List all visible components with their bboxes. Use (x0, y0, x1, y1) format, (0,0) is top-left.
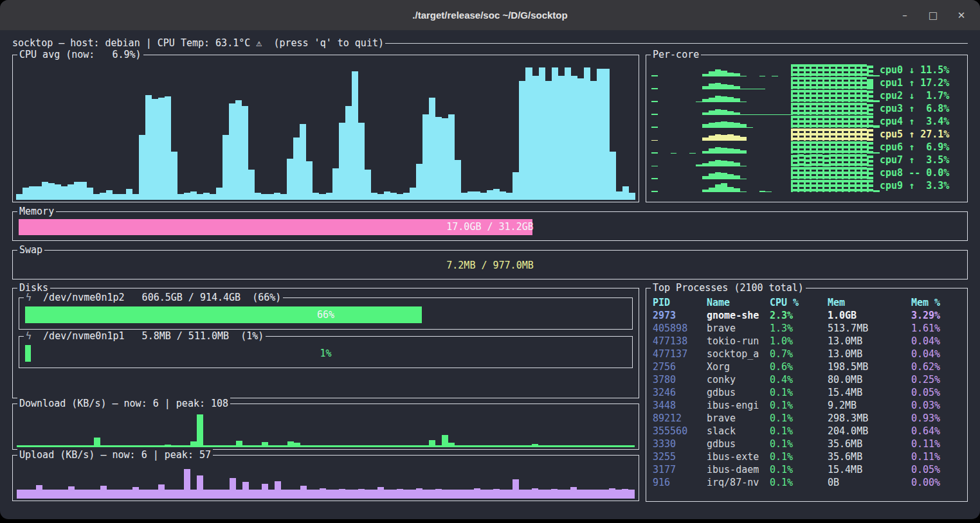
cpu0-label: cpu0 ↓ 11.5% (880, 64, 962, 76)
chart-bar (538, 445, 545, 447)
chart-bar (493, 189, 500, 200)
chart-bar (184, 445, 190, 447)
chart-bar (734, 123, 740, 128)
chart-bar (822, 141, 829, 154)
chart-bar (867, 91, 873, 102)
chart-bar (442, 490, 448, 499)
chart-bar (280, 194, 287, 200)
chart-bar (539, 67, 545, 200)
cpu0-sparkline (651, 64, 880, 76)
chart-bar (822, 77, 829, 89)
percore-title: Per-core (651, 49, 701, 60)
table-row: 477137socktop_a0.7%13.0MB0.04% (653, 348, 967, 360)
chart-bar (62, 490, 68, 499)
chart-bar (230, 478, 236, 499)
chart-bar (848, 129, 855, 141)
memory-gauge: 17.0GB / 31.2GB 17.0GB / 31.2GB (19, 219, 961, 235)
chart-bar (467, 191, 474, 200)
chart-bar (829, 180, 835, 192)
chart-bar (791, 77, 797, 89)
chart-bar (152, 490, 158, 499)
chart-bar (493, 489, 500, 499)
chart-bar (829, 64, 835, 76)
chart-bar (435, 117, 442, 200)
chart-bar (797, 141, 804, 154)
minimize-button[interactable]: – (898, 10, 912, 21)
chart-bar (835, 116, 842, 128)
chart-bar (842, 141, 848, 154)
chart-bar (848, 180, 855, 192)
chart-bar (715, 160, 721, 166)
cpu2-label: cpu2 ↓ 1.7% (880, 89, 962, 102)
chart-bar (107, 445, 113, 447)
chart-bar (106, 190, 113, 200)
chart-bar (867, 79, 873, 89)
chart-bar (416, 488, 422, 499)
chart-bar (294, 490, 300, 499)
chart-bar (390, 445, 397, 447)
chart-bar (293, 137, 300, 200)
chart-bar (326, 193, 332, 200)
chart-bar (715, 96, 721, 102)
chart-bar (455, 160, 461, 200)
disk1-percent-label: 66% (25, 306, 626, 323)
chart-bar (629, 193, 635, 200)
chart-bar (810, 167, 816, 179)
chart-bar (493, 445, 500, 447)
cell-cpu: 0.6% (770, 360, 828, 373)
chart-bar (532, 76, 539, 200)
chart-bar (177, 194, 184, 200)
upload-chart (17, 463, 635, 499)
chart-bar (721, 121, 727, 128)
table-row: 3448ibus-engi0.1%9.2MB0.03% (653, 399, 967, 412)
disk2-percent-label: 1% (25, 345, 626, 362)
chart-bar (810, 90, 816, 102)
chart-bar (55, 184, 61, 200)
table-row: 3330gdbus0.1%35.6MB0.11% (653, 438, 967, 450)
cell-pid: 3330 (653, 438, 707, 450)
chart-bar (145, 490, 152, 499)
cell-memp: 0.04% (911, 348, 966, 360)
chart-bar (184, 469, 190, 499)
chart-bar (855, 154, 861, 166)
chart-bar (397, 489, 403, 499)
chart-bar (487, 445, 493, 447)
cell-name: slack (707, 425, 770, 438)
disk-gauge-nvme0n1p2: ϟ /dev/nvme0n1p2 606.5GB / 914.4GB (66%)… (19, 297, 633, 330)
disk2-bar: 1% (25, 345, 626, 362)
cell-name: ibus-exte (707, 450, 770, 463)
chart-bar (281, 490, 287, 499)
chart-bar (87, 445, 94, 447)
chart-bar (842, 154, 848, 166)
chart-bar (448, 490, 455, 499)
chart-bar (860, 167, 867, 179)
chart-bar (816, 103, 822, 115)
upload-panel: Upload (KB/s) — now: 6 | peak: 57 (12, 455, 639, 501)
chart-bar (100, 486, 107, 499)
window-title: ./target/release/soc ~/D/G/socktop (412, 10, 567, 21)
cpu6-label: cpu6 ↑ 6.9% (880, 141, 962, 154)
cell-name: gdbus (707, 386, 770, 399)
chart-bar (422, 490, 429, 499)
chart-bar (390, 490, 397, 499)
chart-bar (74, 182, 80, 200)
chart-bar (223, 445, 230, 447)
chart-bar (203, 445, 210, 447)
cpu-avg-panel: CPU avg (now: 6.9%) (12, 55, 639, 202)
chart-bar (236, 490, 242, 499)
disk1-title-text (32, 292, 43, 303)
chart-bar (829, 103, 835, 115)
chart-bar (797, 64, 804, 76)
chart-bar (42, 490, 49, 499)
maximize-button[interactable]: □ (926, 10, 940, 21)
chart-bar (867, 129, 873, 141)
chart-bar (62, 445, 68, 447)
chart-bar (461, 193, 467, 200)
chart-bar (358, 489, 365, 499)
chart-bar (842, 129, 848, 141)
cell-cpu: 2.3% (770, 309, 828, 322)
chart-bar (829, 167, 835, 179)
close-button[interactable]: ✕ (954, 10, 968, 21)
chart-bar (107, 490, 113, 499)
cpu5-sparkline (651, 128, 880, 141)
